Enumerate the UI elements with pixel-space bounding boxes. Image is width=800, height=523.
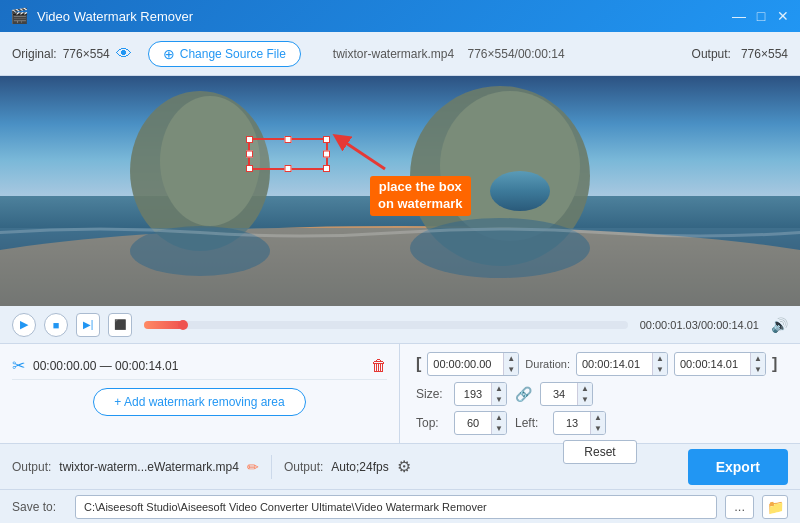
width-up[interactable]: ▲ [492, 383, 506, 394]
separator-1 [271, 455, 272, 479]
title-bar: 🎬 Video Watermark Remover — □ ✕ [0, 0, 800, 32]
edit-icon[interactable]: ✏ [247, 459, 259, 475]
height-up[interactable]: ▲ [578, 383, 592, 394]
reset-button[interactable]: Reset [563, 440, 636, 464]
start-time-up[interactable]: ▲ [504, 353, 518, 364]
start-time-down[interactable]: ▼ [504, 364, 518, 375]
top-input[interactable] [455, 414, 491, 432]
output-label-2: Output: [284, 460, 323, 474]
duration-input-group: ▲ ▼ [576, 352, 668, 376]
end-bracket: ] [772, 355, 777, 373]
size-row: Size: ▲ ▼ 🔗 ▲ ▼ [416, 382, 784, 406]
play-button[interactable]: ▶ [12, 313, 36, 337]
controls-bar: ▶ ■ ▶| ⬛ 00:00:01.03/00:00:14.01 🔊 [0, 306, 800, 344]
maximize-button[interactable]: □ [754, 9, 768, 23]
app-icon: 🎬 [10, 7, 29, 25]
height-down[interactable]: ▼ [578, 394, 592, 405]
link-icon[interactable]: 🔗 [515, 386, 532, 402]
end-time-input-group: ▲ ▼ [674, 352, 766, 376]
svg-point-4 [160, 96, 260, 226]
toolbar-right: Output: 776×554 [692, 47, 788, 61]
start-time-spinners: ▲ ▼ [503, 353, 518, 375]
bottom-bar: Output: twixtor-waterm...eWatermark.mp4 … [0, 443, 800, 489]
plus-icon: ⊕ [163, 46, 175, 62]
delete-button[interactable]: 🗑 [371, 357, 387, 375]
handle-mid-left[interactable] [246, 151, 253, 158]
top-up[interactable]: ▲ [492, 412, 506, 423]
duration-up[interactable]: ▲ [653, 353, 667, 364]
output-file: twixtor-waterm...eWatermark.mp4 [59, 460, 239, 474]
duration-input[interactable] [577, 355, 652, 373]
dots-button[interactable]: ... [725, 495, 754, 519]
duration-down[interactable]: ▼ [653, 364, 667, 375]
arrow-icon [330, 134, 390, 174]
watermark-selection-box[interactable] [248, 138, 328, 170]
width-spinners: ▲ ▼ [491, 383, 506, 405]
output-value: Auto;24fps [331, 460, 388, 474]
handle-mid-right[interactable] [323, 151, 330, 158]
end-time-spinners: ▲ ▼ [750, 353, 765, 375]
handle-top-left[interactable] [246, 136, 253, 143]
progress-thumb[interactable] [178, 320, 188, 330]
settings-icon[interactable]: ⚙ [397, 457, 411, 476]
svg-line-12 [340, 139, 385, 169]
change-source-label: Change Source File [180, 47, 286, 61]
position-row: Top: ▲ ▼ Left: ▲ ▼ [416, 411, 784, 435]
height-spinners: ▲ ▼ [577, 383, 592, 405]
export-button[interactable]: Export [688, 449, 788, 485]
start-time-input[interactable] [428, 355, 503, 373]
title-bar-left: 🎬 Video Watermark Remover [10, 7, 193, 25]
toolbar-file-info: twixtor-watermark.mp4 776×554/00:00:14 [333, 47, 565, 61]
time-inputs-row: [ ▲ ▼ Duration: ▲ ▼ ▲ ▼ [416, 352, 784, 376]
handle-top-mid[interactable] [285, 136, 292, 143]
scissors-icon: ✂ [12, 356, 25, 375]
left-up[interactable]: ▲ [591, 412, 605, 423]
stop-button[interactable]: ■ [44, 313, 68, 337]
size-label: Size: [416, 387, 446, 401]
add-watermark-area-button[interactable]: + Add watermark removing area [93, 388, 305, 416]
save-path-input[interactable] [75, 495, 717, 519]
width-down[interactable]: ▼ [492, 394, 506, 405]
handle-bottom-mid[interactable] [285, 165, 292, 172]
height-input[interactable] [541, 385, 577, 403]
end-time-up[interactable]: ▲ [751, 353, 765, 364]
toolbar-left: Original: 776×554 👁 [12, 45, 132, 63]
main-content: ✂ 00:00:00.00 — 00:00:14.01 🗑 + Add wate… [0, 344, 800, 443]
minimize-button[interactable]: — [732, 9, 746, 23]
clip-button[interactable]: ⬛ [108, 313, 132, 337]
progress-bar[interactable] [144, 321, 628, 329]
left-spinners: ▲ ▼ [590, 412, 605, 434]
handle-bottom-left[interactable] [246, 165, 253, 172]
time-total: 00:00:14.01 [701, 319, 759, 331]
output-size: 776×554 [741, 47, 788, 61]
file-info: 776×554/00:00:14 [468, 47, 565, 61]
eye-icon[interactable]: 👁 [116, 45, 132, 63]
end-time-down[interactable]: ▼ [751, 364, 765, 375]
duration-spinners: ▲ ▼ [652, 353, 667, 375]
top-down[interactable]: ▼ [492, 423, 506, 434]
left-panel: ✂ 00:00:00.00 — 00:00:14.01 🗑 + Add wate… [0, 344, 400, 443]
folder-button[interactable]: 📁 [762, 495, 788, 519]
svg-point-7 [490, 171, 550, 211]
handle-bottom-right[interactable] [323, 165, 330, 172]
top-spinners: ▲ ▼ [491, 412, 506, 434]
left-down[interactable]: ▼ [591, 423, 605, 434]
width-input-group: ▲ ▼ [454, 382, 507, 406]
svg-point-10 [410, 218, 590, 278]
change-source-button[interactable]: ⊕ Change Source File [148, 41, 301, 67]
height-input-group: ▲ ▼ [540, 382, 593, 406]
start-bracket: [ [416, 355, 421, 373]
app-title: Video Watermark Remover [37, 9, 193, 24]
left-input[interactable] [554, 414, 590, 432]
save-bar: Save to: ... 📁 [0, 489, 800, 523]
original-size: 776×554 [63, 47, 110, 61]
next-frame-button[interactable]: ▶| [76, 313, 100, 337]
end-time-input[interactable] [675, 355, 750, 373]
right-panel: [ ▲ ▼ Duration: ▲ ▼ ▲ ▼ [400, 344, 800, 443]
volume-icon[interactable]: 🔊 [771, 317, 788, 333]
video-area: place the box on watermark [0, 76, 800, 306]
close-button[interactable]: ✕ [776, 9, 790, 23]
width-input[interactable] [455, 385, 491, 403]
handle-top-right[interactable] [323, 136, 330, 143]
annotation: place the box on watermark [330, 134, 471, 216]
